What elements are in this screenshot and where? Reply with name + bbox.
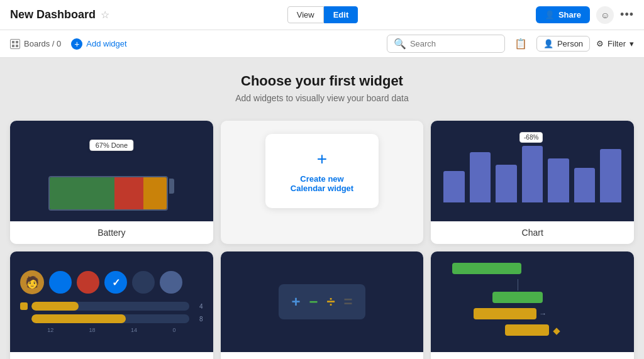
gantt-row-4 — [440, 324, 625, 336]
workload-bars: 4 8 — [20, 302, 203, 323]
workload-widget-card[interactable]: 🧑 ✓ 4 — [10, 251, 213, 359]
wl-label-0: 0 — [172, 327, 175, 333]
header-left: New Dashboard ☆ — [10, 8, 109, 21]
gantt-bar-green-2 — [492, 292, 543, 303]
chart-bar-7 — [600, 149, 621, 202]
avatar-6 — [160, 271, 182, 294]
battery-widget-card[interactable]: 67% Done Battery — [10, 121, 213, 244]
filter-button[interactable]: ⚙ Filter ▾ — [596, 39, 634, 48]
gantt-label: Gantt — [431, 352, 634, 359]
gantt-diamond — [553, 328, 560, 334]
battery-tooltip: 67% Done — [90, 140, 133, 151]
workload-visualization: 🧑 ✓ 4 — [10, 260, 213, 343]
main-title: Choose your first widget — [10, 73, 634, 89]
gantt-bar-green-1 — [452, 263, 521, 274]
battery-preview: 67% Done — [10, 121, 213, 221]
numbers-box: + − ÷ = — [279, 284, 365, 319]
header-right: 👤 Share ☺ ••• — [536, 6, 634, 24]
chart-widget-card[interactable]: -68% Chart — [431, 121, 634, 244]
svg-rect-3 — [16, 45, 18, 47]
view-edit-toggle: View Edit — [287, 6, 358, 23]
user-avatar-icon[interactable]: ☺ — [596, 6, 614, 24]
workload-label: Workload — [10, 352, 213, 359]
gantt-preview: → — [431, 251, 634, 352]
workload-row-1: 4 — [20, 302, 203, 311]
battery-body — [48, 176, 168, 211]
wl-label-14: 14 — [131, 327, 137, 333]
filter-icon: ⚙ — [596, 39, 604, 48]
wl-num-1: 4 — [193, 303, 203, 310]
chart-visualization: -68% — [431, 127, 634, 215]
calendar-preview: + Create new Calendar widget — [221, 121, 424, 221]
search-box[interactable]: 🔍 — [387, 35, 505, 53]
gantt-row-3: → — [440, 308, 625, 319]
gantt-row-2 — [440, 292, 625, 303]
more-options-button[interactable]: ••• — [620, 8, 634, 21]
widget-grid: 67% Done Battery + — [10, 121, 634, 359]
numbers-widget-card[interactable]: + − ÷ = Numbers — [221, 251, 424, 359]
calendar-widget-card[interactable]: + Create new Calendar widget — [221, 121, 424, 244]
main-subtitle: Add widgets to visually view your board … — [10, 93, 634, 103]
share-button[interactable]: 👤 Share — [536, 6, 590, 23]
boards-label: Boards / 0 — [24, 39, 61, 48]
gantt-widget-card[interactable]: → Gantt — [431, 251, 634, 359]
workload-avatars: 🧑 ✓ — [20, 270, 203, 294]
chart-bar-2 — [470, 152, 491, 202]
gantt-bar-yellow-1 — [474, 308, 536, 319]
person-label: Person — [557, 39, 583, 48]
star-icon[interactable]: ☆ — [101, 9, 109, 21]
minus-symbol: − — [309, 293, 318, 311]
avatar-3 — [77, 271, 99, 294]
calendar-create-suffix: widget — [325, 184, 353, 193]
avatar-2 — [49, 271, 72, 294]
battery-terminal — [169, 179, 174, 194]
chart-bar-6 — [574, 168, 596, 202]
battery-label: Battery — [10, 221, 213, 244]
svg-rect-1 — [16, 41, 18, 43]
plus-symbol: + — [291, 293, 300, 311]
view-button[interactable]: View — [287, 6, 324, 23]
gantt-visualization: → — [431, 254, 634, 350]
workload-preview: 🧑 ✓ 4 — [10, 251, 213, 352]
battery-segment-yellow — [143, 177, 167, 209]
toolbar: Boards / 0 + Add widget 🔍 📋 👤 Person ⚙ F… — [0, 30, 644, 58]
numbers-preview: + − ÷ = — [221, 251, 424, 352]
person-filter-button[interactable]: 👤 Person — [536, 36, 590, 52]
boards-breadcrumb[interactable]: Boards / 0 — [10, 39, 61, 49]
numbers-visualization: + − ÷ = — [279, 251, 365, 352]
wl-bar-fill-2 — [31, 314, 126, 323]
wl-dot-1 — [20, 302, 28, 310]
calendar-create-highlight: Calendar — [291, 184, 326, 193]
chart-bar-3 — [496, 165, 517, 202]
chart-bar-1 — [443, 171, 465, 202]
search-input[interactable] — [410, 39, 498, 48]
person-icon: 👤 — [543, 39, 553, 48]
wl-bar-bg-2 — [31, 314, 189, 323]
divide-symbol: ÷ — [326, 293, 335, 311]
edit-button[interactable]: Edit — [324, 6, 358, 23]
numbers-label: Numbers — [221, 352, 424, 359]
gantt-row-1 — [440, 263, 625, 274]
calendar-create-text: Create new Calendar widget — [286, 174, 358, 193]
avatar-5 — [132, 271, 155, 294]
toolbar-right: 🔍 📋 👤 Person ⚙ Filter ▾ — [387, 35, 634, 53]
calendar-icon[interactable]: 📋 — [511, 35, 530, 53]
wl-label-18: 18 — [89, 327, 96, 333]
add-widget-button[interactable]: + Add widget — [71, 38, 126, 50]
svg-rect-2 — [12, 45, 14, 47]
wl-bar-bg-1 — [31, 302, 189, 311]
gantt-connector-1 — [518, 279, 518, 290]
wl-bar-fill-1 — [31, 302, 79, 311]
page-title: New Dashboard — [10, 8, 96, 21]
share-icon: 👤 — [545, 10, 555, 19]
toolbar-left: Boards / 0 + Add widget — [10, 38, 127, 50]
svg-rect-0 — [12, 41, 14, 43]
wl-num-2: 8 — [193, 316, 203, 323]
wl-label-12: 12 — [47, 327, 53, 333]
add-widget-label: Add widget — [86, 39, 126, 48]
avatar-4: ✓ — [104, 271, 127, 294]
battery-segment-green — [50, 177, 114, 209]
search-icon: 🔍 — [394, 38, 406, 50]
share-label: Share — [558, 10, 581, 19]
workload-row-2: 8 — [20, 314, 203, 323]
